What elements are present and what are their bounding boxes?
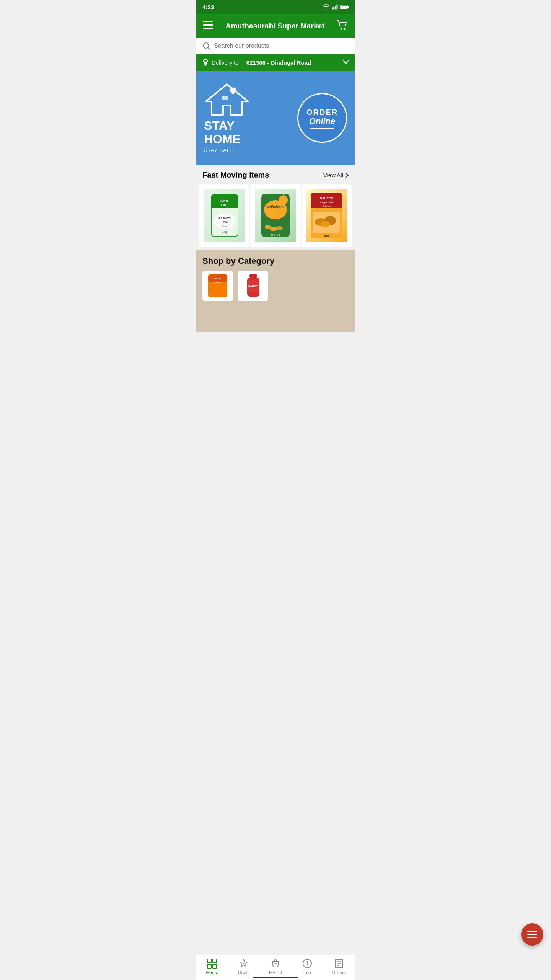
svg-rect-61 (213, 964, 217, 968)
svg-rect-7 (203, 21, 213, 22)
svg-rect-59 (213, 959, 217, 963)
svg-text:BASMATI: BASMATI (218, 217, 230, 220)
svg-text:GATE: GATE (221, 204, 228, 206)
svg-rect-2 (335, 6, 336, 10)
product-card-bakers[interactable]: BAKERS Crispy Fried Chicken 300g (302, 184, 352, 247)
svg-text:Crispy Fried: Crispy Fried (320, 201, 333, 204)
promo-banner: STAY HOME STAY SAFE ORDER Online (196, 71, 355, 165)
bottom-navigation: Home % Deals My list i Info (196, 955, 355, 980)
category-row: Pasta Penne SAUCE (196, 271, 355, 301)
chevron-right-icon (345, 172, 349, 178)
svg-rect-9 (203, 28, 213, 29)
order-online-circle: ORDER Online (297, 93, 347, 143)
svg-text:Chicken: Chicken (322, 205, 331, 207)
svg-text:%: % (243, 962, 245, 964)
svg-text:Dabar: Dabar (221, 225, 227, 227)
svg-point-10 (341, 28, 342, 30)
svg-text:BAKERS: BAKERS (320, 196, 333, 200)
delivery-info: Delivery to 621306 - Dindugal Road (202, 59, 311, 66)
bottom-indicator (253, 977, 298, 978)
stay-home-text: STAY (204, 119, 241, 132)
deals-tag-icon: % (239, 959, 249, 969)
nav-mylist[interactable]: My list (260, 959, 292, 975)
svg-point-34 (276, 226, 283, 230)
delivery-bar[interactable]: Delivery to 621306 - Dindugal Road (196, 54, 355, 71)
nav-info-label: Info (303, 970, 311, 975)
app-title: Amuthasurabi Super Market (226, 22, 324, 30)
search-icon (202, 42, 210, 50)
search-input[interactable] (214, 42, 349, 49)
dropdown-icon (343, 60, 349, 64)
svg-rect-1 (333, 7, 334, 9)
nav-deals[interactable]: % Deals (228, 959, 260, 975)
svg-point-11 (344, 28, 346, 30)
product-card-india-gate[interactable]: INDIA GATE BASMATI RICE Dabar 1 kg (199, 184, 249, 247)
svg-point-29 (279, 196, 288, 205)
svg-rect-0 (332, 8, 333, 10)
svg-line-13 (208, 47, 210, 49)
svg-text:300g: 300g (324, 235, 329, 237)
order-text: ORDER (306, 108, 338, 116)
online-text: Online (309, 116, 335, 127)
nav-home-label: Home (206, 970, 218, 975)
category-section: Shop by Category Pasta Penne SAUCE (196, 250, 355, 332)
nav-orders-label: Orders (332, 970, 346, 975)
svg-point-45 (321, 221, 330, 227)
svg-text:SAUCE: SAUCE (248, 285, 258, 287)
svg-text:Penne: Penne (214, 281, 221, 284)
category-item-sauce[interactable]: SAUCE (238, 271, 268, 301)
signal-icon (332, 4, 338, 10)
cart-button[interactable] (337, 20, 348, 32)
info-circle-icon: i (302, 959, 312, 969)
svg-rect-51 (249, 274, 257, 278)
svg-rect-3 (336, 5, 338, 10)
nav-mylist-label: My list (269, 970, 282, 975)
nav-home[interactable]: Home (196, 959, 228, 975)
battery-icon (340, 5, 349, 9)
home-grid-icon (207, 959, 217, 969)
svg-rect-58 (207, 959, 211, 963)
product-image-bakers: BAKERS Crispy Fried Chicken 300g (306, 189, 347, 242)
product-image-udhaiyam: Udhaiyam Toor Dal (255, 189, 296, 242)
svg-text:Udhaiyam: Udhaiyam (267, 205, 284, 209)
svg-rect-8 (203, 24, 213, 26)
svg-text:Pasta: Pasta (214, 277, 222, 280)
fast-moving-title: Fast Moving Items (202, 171, 269, 180)
banner-left: STAY HOME STAY SAFE (204, 82, 250, 153)
svg-rect-6 (341, 6, 347, 8)
stay-home-icon (204, 82, 250, 117)
svg-rect-60 (207, 964, 211, 968)
product-card-udhaiyam[interactable]: Udhaiyam Toor Dal (250, 184, 300, 247)
list-bag-icon (271, 959, 280, 969)
category-title: Shop by Category (196, 256, 355, 271)
svg-rect-15 (222, 96, 228, 100)
svg-text:1 kg: 1 kg (222, 230, 227, 234)
home-text: HOME (204, 132, 241, 146)
category-item-pasta[interactable]: Pasta Penne (202, 271, 233, 301)
product-image-india-gate: INDIA GATE BASMATI RICE Dabar 1 kg (204, 189, 245, 242)
svg-text:Toor Dal: Toor Dal (271, 234, 281, 236)
view-all-button[interactable]: View All (323, 172, 349, 178)
fast-moving-header: Fast Moving Items View All (196, 165, 355, 184)
wifi-icon (323, 4, 329, 10)
fast-moving-products: INDIA GATE BASMATI RICE Dabar 1 kg Udhai… (196, 184, 355, 250)
menu-button[interactable] (203, 21, 213, 31)
nav-orders[interactable]: Orders (323, 959, 355, 975)
status-bar: 4:23 (196, 0, 355, 14)
app-header: Amuthasurabi Super Market (196, 14, 355, 38)
stay-safe-text: STAY SAFE (204, 147, 241, 153)
svg-rect-5 (348, 6, 349, 8)
svg-text:RICE: RICE (221, 220, 228, 223)
status-time: 4:23 (202, 4, 214, 10)
nav-info[interactable]: i Info (291, 959, 323, 975)
search-bar (196, 38, 355, 54)
orders-list-icon (334, 959, 344, 969)
nav-deals-label: Deals (238, 970, 250, 975)
status-icons (323, 4, 349, 10)
svg-text:INDIA: INDIA (220, 199, 229, 203)
location-icon (202, 59, 209, 66)
svg-text:i: i (306, 960, 308, 967)
